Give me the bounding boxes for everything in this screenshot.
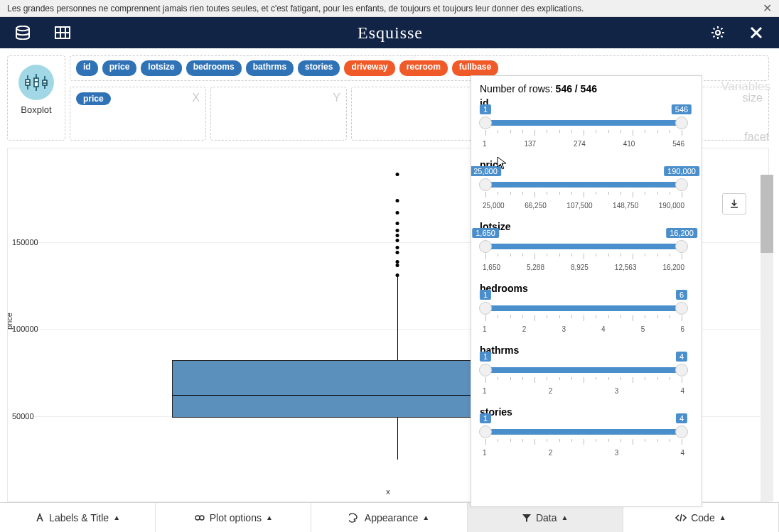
tab-code[interactable]: Code▲ (623, 503, 779, 532)
tab-data-text: Data (536, 512, 557, 523)
slider-tick: 410 (623, 140, 635, 148)
slider-handle-hi[interactable] (675, 302, 688, 315)
boxplot-icon (18, 65, 54, 100)
slider-tick: 148,750 (613, 202, 638, 210)
pill-lotsize[interactable]: lotsize (141, 60, 181, 76)
download-button[interactable] (722, 193, 746, 215)
data-source-icon[interactable] (10, 22, 36, 43)
tab-appearance[interactable]: Appearance▲ (311, 503, 467, 532)
slider-tick: 1 (483, 387, 487, 395)
rows-value: 546 / 546 (556, 83, 597, 94)
slider-tick: 16,200 (662, 264, 684, 271)
slider-handle-lo[interactable] (479, 302, 492, 315)
pill-bedrooms[interactable]: bedrooms (186, 60, 242, 76)
svg-point-0 (16, 26, 29, 31)
slider-track[interactable]: 1546 (485, 120, 682, 126)
ytick: 100000 (12, 325, 38, 333)
pill-bathrms[interactable]: bathrms (246, 60, 294, 76)
caret-up-icon: ▲ (113, 514, 120, 521)
dropzone-y[interactable]: Y (210, 87, 347, 141)
caret-up-icon: ▲ (266, 514, 273, 521)
slider-track[interactable]: 14 (485, 429, 682, 435)
dropzone-fill[interactable]: fill (351, 87, 488, 141)
slider-handle-hi[interactable] (675, 425, 688, 438)
variables-placeholder: Variables (705, 75, 773, 94)
slider-handle-hi[interactable] (675, 364, 688, 376)
slider-title: bedrooms (480, 283, 687, 294)
slider-handle-lo[interactable] (479, 178, 492, 191)
slider-id: id15461137274410546 (480, 97, 687, 148)
font-icon (35, 513, 45, 523)
banner-close-icon[interactable]: ✕ (763, 1, 772, 15)
slider-tick: 1 (483, 325, 487, 333)
slider-stories: stories141234 (480, 406, 687, 457)
slider-badge-lo: 1 (480, 352, 491, 362)
filter-icon (522, 513, 532, 523)
slider-tick: 3 (615, 449, 619, 457)
slider-title: bathrms (480, 344, 687, 356)
pill-price[interactable]: price (102, 60, 137, 76)
slider-title: id (480, 97, 687, 109)
slider-badge-lo: 1 (480, 104, 491, 114)
slider-handle-lo[interactable] (479, 240, 492, 253)
right-strip: Variables facet (705, 75, 773, 507)
palette-icon (349, 513, 360, 523)
slider-badge-lo: 1,650 (472, 228, 499, 238)
svg-point-15 (195, 516, 200, 520)
caret-up-icon: ▲ (422, 514, 429, 521)
slider-badge-hi: 4 (676, 352, 687, 362)
right-scrollbar[interactable] (761, 175, 773, 501)
slider-handle-lo[interactable] (479, 425, 492, 438)
code-icon (675, 513, 687, 523)
slider-title: stories (480, 406, 687, 418)
slider-bathrms: bathrms141234 (480, 344, 687, 395)
slider-tick: 5 (641, 325, 645, 333)
settings-icon[interactable] (705, 22, 731, 43)
slider-track[interactable]: 1,65016,200 (485, 244, 682, 249)
slider-tick: 190,000 (659, 202, 684, 210)
slider-badge-lo: 25,000 (471, 166, 501, 176)
slider-handle-lo[interactable] (479, 116, 492, 129)
pill-recroom[interactable]: recroom (399, 60, 448, 76)
slider-bedrooms: bedrooms16123456 (480, 283, 687, 333)
slider-tick: 3 (615, 387, 619, 395)
slider-handle-hi[interactable] (675, 178, 688, 191)
slider-tick: 6 (680, 325, 684, 333)
slider-handle-hi[interactable] (675, 116, 688, 129)
tab-plot-options[interactable]: Plot options▲ (156, 503, 311, 532)
dropzone-x[interactable]: price X (70, 87, 206, 141)
slider-tick: 66,250 (525, 202, 547, 210)
tab-labels-title-text: Labels & Title (49, 512, 109, 523)
table-view-icon[interactable] (50, 22, 75, 43)
slider-tick: 1 (483, 140, 487, 148)
slider-tick: 2 (549, 449, 553, 457)
pill-id[interactable]: id (76, 60, 98, 76)
pill-driveway[interactable]: driveway (344, 60, 394, 76)
pill-stories[interactable]: stories (298, 60, 340, 76)
tab-appearance-text: Appearance (365, 512, 419, 523)
right-scrollbar-thumb[interactable] (761, 175, 773, 253)
slider-track[interactable]: 16 (485, 305, 682, 311)
tab-data[interactable]: Data▲ (468, 503, 623, 532)
slider-handle-lo[interactable] (479, 364, 492, 376)
svg-rect-10 (34, 78, 38, 87)
slider-handle-hi[interactable] (675, 240, 688, 253)
svg-point-16 (200, 516, 204, 520)
slider-title: lotsize (480, 221, 687, 232)
slider-tick: 4 (680, 387, 684, 395)
banner-text: Les grandes personnes ne comprennent jam… (7, 4, 584, 13)
close-icon[interactable] (743, 22, 769, 43)
slider-track[interactable]: 14 (485, 367, 682, 373)
slider-tick: 3 (562, 325, 566, 333)
slider-tick: 5,288 (527, 264, 544, 271)
slider-tick: 274 (574, 140, 586, 148)
tab-labels-title[interactable]: Labels & Title▲ (0, 503, 156, 532)
app-title: Esquisse (358, 23, 423, 43)
slider-badge-hi: 16,200 (666, 228, 697, 238)
caret-up-icon: ▲ (719, 514, 726, 521)
slider-track[interactable]: 25,000190,000 (485, 182, 682, 188)
geom-selector[interactable]: Boxplot (7, 55, 65, 141)
pill-fullbase[interactable]: fullbase (452, 60, 498, 76)
slider-tick: 1,650 (483, 264, 500, 271)
xchip-price[interactable]: price (76, 92, 111, 105)
